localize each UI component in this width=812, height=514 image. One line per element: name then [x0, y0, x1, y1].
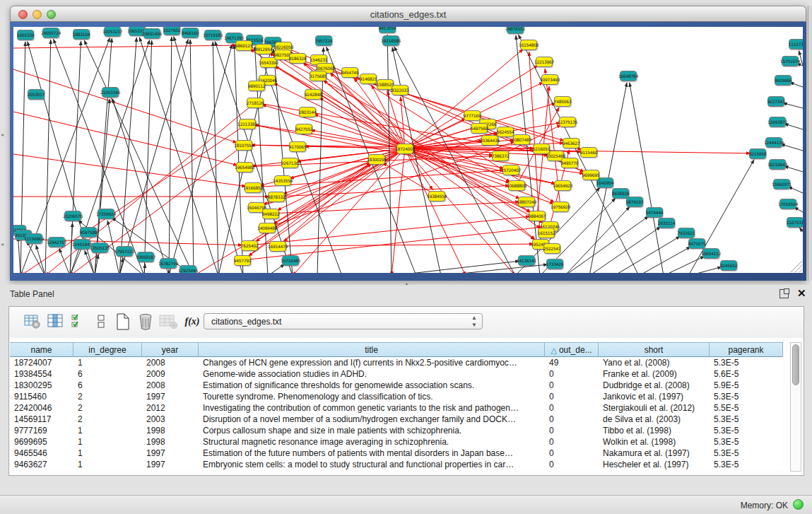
graph-node[interactable]: 7932621 — [678, 228, 695, 238]
graph-edge[interactable] — [144, 40, 152, 273]
graph-node[interactable]: 9146821 — [360, 74, 377, 84]
graph-node[interactable]: 8471675 — [688, 238, 705, 249]
graph-node[interactable]: 14353554 — [274, 175, 291, 186]
graph-node[interactable]: 15716485 — [282, 255, 299, 266]
graph-edge[interactable] — [190, 40, 194, 273]
graph-node[interactable]: 24055724 — [42, 28, 59, 38]
graph-node[interactable]: 6879197 — [626, 197, 643, 207]
graph-node[interactable]: 12923446 — [180, 265, 196, 274]
graph-node[interactable]: 2522547 — [543, 243, 560, 254]
graph-edge[interactable] — [278, 244, 534, 246]
graph-node[interactable]: 8466160 — [182, 28, 199, 38]
graph-node[interactable]: 17957223 — [116, 246, 133, 257]
graph-node[interactable]: 12942757 — [48, 237, 65, 247]
graph-node[interactable]: 8413054 — [379, 27, 396, 33]
table-cell[interactable]: 1 — [73, 425, 142, 436]
table-cell[interactable]: 0 — [545, 402, 599, 414]
table-cell[interactable]: 2 — [73, 402, 142, 414]
graph-edge[interactable] — [589, 227, 661, 273]
float-panel-icon[interactable] — [779, 289, 789, 298]
graph-edge[interactable] — [254, 125, 405, 148]
table-row[interactable]: 1456911722003Disruption of a novel membe… — [10, 414, 783, 425]
select-columns-icon[interactable] — [70, 313, 88, 331]
graph-node[interactable]: 19166852 — [245, 182, 261, 193]
graph-edge[interactable] — [268, 264, 285, 273]
graph-node[interactable]: 9884067 — [529, 211, 546, 221]
table-cell[interactable]: 5.3E-5 — [710, 459, 783, 470]
vertical-scrollbar[interactable] — [790, 342, 801, 472]
graph-edge[interactable] — [84, 40, 194, 273]
table-settings-icon[interactable] — [23, 313, 42, 331]
table-cell[interactable]: 9465546 — [10, 448, 73, 459]
graph-node[interactable]: 16914479 — [269, 241, 286, 252]
table-row[interactable]: 1830029562008Estimation of significance … — [10, 380, 783, 391]
table-cell[interactable]: 1 — [73, 357, 142, 368]
graph-edge[interactable] — [276, 185, 510, 197]
graph-node[interactable]: 18107554 — [235, 140, 252, 151]
graph-edge[interactable] — [70, 40, 150, 273]
graph-node[interactable]: 20206576 — [64, 211, 81, 221]
graph-edge[interactable] — [95, 38, 112, 273]
table-cell[interactable]: 9463627 — [10, 459, 73, 470]
graph-node[interactable]: 19654983 — [236, 162, 253, 173]
graph-edge[interactable] — [799, 228, 803, 232]
table-cell[interactable]: de Silva et al. (2003) — [599, 414, 710, 425]
window-titlebar[interactable]: citations_edges.txt — [10, 6, 806, 22]
graph-node[interactable]: 7386372 — [492, 151, 509, 161]
graph-edge[interactable] — [405, 148, 466, 273]
table-cell[interactable]: 6 — [73, 368, 142, 380]
graph-node[interactable]: 8454749 — [341, 67, 358, 78]
table-cell[interactable]: Franke et al. (2009) — [599, 368, 710, 380]
table-row[interactable]: 977716911998Corpus callosum shape and si… — [10, 425, 783, 436]
graph-edge[interactable] — [249, 163, 371, 245]
graph-node[interactable]: 10807487 — [513, 134, 530, 145]
table-cell[interactable]: 1 — [73, 448, 142, 459]
graph-edge[interactable] — [271, 201, 519, 214]
column-header-in_degree[interactable]: in_degree — [73, 342, 142, 357]
table-cell[interactable]: 5.3E-5 — [710, 357, 783, 368]
graph-node[interactable]: 18724007 — [396, 144, 413, 154]
graph-node[interactable]: 16210643 — [769, 159, 786, 170]
table-cell[interactable]: 0 — [545, 380, 599, 391]
graph-node[interactable]: 12213967 — [536, 57, 553, 67]
table-cell[interactable]: 0 — [545, 368, 599, 380]
graph-node[interactable]: 21053346 — [102, 87, 119, 98]
graph-edge[interactable] — [781, 144, 803, 151]
graph-node[interactable]: 8912954 — [255, 44, 272, 54]
table-cell[interactable]: 5.3E-5 — [710, 436, 783, 448]
graph-node[interactable]: 6216051 — [533, 144, 550, 154]
table-cell[interactable]: 18724007 — [10, 357, 73, 368]
table-row[interactable]: 946362711997Embryonic stem cells: a mode… — [10, 459, 783, 470]
table-cell[interactable]: Estimation of the future numbers of pati… — [199, 448, 545, 459]
graph-node[interactable]: 9227343 — [767, 96, 784, 107]
graph-node[interactable]: 8427552 — [295, 124, 312, 134]
scrollbar-thumb[interactable] — [792, 344, 799, 385]
graph-node[interactable]: 17359924 — [98, 209, 114, 219]
graph-node[interactable]: 1883104 — [73, 29, 90, 40]
graph-edge[interactable] — [274, 66, 405, 148]
graph-node[interactable]: 15751074 — [782, 56, 799, 66]
close-panel-icon[interactable]: ✕ — [797, 287, 806, 300]
table-row[interactable]: 1938455462009Genome-wide association stu… — [10, 368, 783, 380]
graph-node[interactable]: 3175685 — [310, 71, 326, 81]
graph-node[interactable]: 2718126 — [247, 98, 264, 108]
graph-node[interactable]: 15720407 — [502, 165, 519, 175]
graph-edge[interactable] — [169, 45, 232, 273]
graph-node[interactable]: 1167531 — [787, 217, 803, 228]
graph-edge[interactable] — [317, 47, 324, 273]
table-cell[interactable]: Investigating the contribution of common… — [199, 402, 545, 414]
table-cell[interactable]: Genome-wide association studies in ADHD. — [199, 368, 545, 380]
graph-edge[interactable] — [405, 148, 535, 240]
graph-node[interactable]: 9777169 — [464, 110, 481, 121]
graph-node[interactable]: 10973493 — [541, 74, 558, 85]
graph-edge[interactable] — [290, 148, 405, 178]
column-header-title[interactable]: title — [199, 342, 545, 357]
graph-edge[interactable] — [784, 166, 803, 172]
graph-node[interactable]: 1733426 — [546, 259, 563, 269]
table-cell[interactable]: 1997 — [142, 448, 199, 459]
table-cell[interactable]: 14569117 — [10, 414, 73, 425]
graph-node[interactable]: 15992971 — [773, 179, 790, 189]
graph-node[interactable]: 7957224 — [315, 35, 332, 46]
graph-edge[interactable] — [13, 69, 237, 143]
row-height-icon[interactable] — [92, 313, 110, 331]
